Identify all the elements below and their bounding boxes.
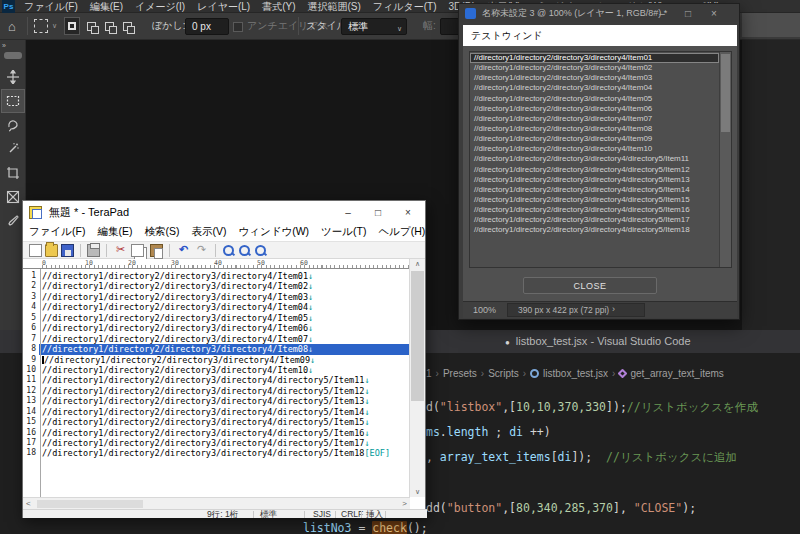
listbox-item[interactable]: //directory1/directory2/directory3/direc… <box>470 73 719 83</box>
cut-icon[interactable]: ✂ <box>113 243 128 257</box>
listbox-item[interactable]: //directory1/directory2/directory3/direc… <box>470 144 719 154</box>
close-button[interactable]: × <box>701 4 727 22</box>
code-line[interactable]: ms.length ; di ++) <box>426 425 551 439</box>
listbox-item[interactable]: //directory1/directory2/directory3/direc… <box>470 205 719 215</box>
editor-line[interactable]: 6//directory1/directory2/directory3/dire… <box>23 323 410 333</box>
scroll-up-icon[interactable]: ∧ <box>410 260 425 268</box>
terapad-titlebar[interactable]: 無題 * - TeraPad – □ × <box>23 201 425 223</box>
code-line[interactable]: d("listbox",[10,10,370,330]);//リストボックスを作… <box>426 400 758 415</box>
chevron-down-icon[interactable]: ∨ <box>52 22 57 30</box>
vscode-breadcrumb[interactable]: 1 › Presets › Scripts › listbox_test.jsx… <box>426 366 724 380</box>
editor-line[interactable]: 10//directory1/directory2/directory3/dir… <box>23 365 410 375</box>
copy-icon[interactable] <box>131 244 144 257</box>
listbox[interactable]: //directory1/directory2/directory3/direc… <box>469 51 732 268</box>
listbox-item[interactable]: //directory1/directory2/directory3/direc… <box>470 175 719 185</box>
menu-item[interactable]: イメージ(I) <box>129 0 191 13</box>
code-line[interactable]: listNo3 = check(); <box>303 521 428 534</box>
terapad-editor[interactable]: 1//directory1/directory2/directory3/dire… <box>23 269 410 497</box>
listbox-item[interactable]: //directory1/directory2/directory3/direc… <box>470 225 719 235</box>
eyedropper-tool-button[interactable] <box>1 209 25 233</box>
menu-item[interactable]: ツール(T) <box>321 225 366 239</box>
editor-line[interactable]: 2//directory1/directory2/directory3/dire… <box>23 281 410 291</box>
editor-line[interactable]: 9//directory1/directory2/directory3/dire… <box>23 355 410 365</box>
scrollbar-thumb[interactable] <box>721 54 730 132</box>
listbox-scrollbar[interactable] <box>719 52 731 267</box>
maximize-button[interactable]: □ <box>363 201 393 223</box>
editor-line[interactable]: 8//directory1/directory2/directory3/dire… <box>23 344 410 354</box>
lasso-tool-button[interactable] <box>1 113 25 137</box>
menu-item[interactable]: 書式(Y) <box>256 0 301 13</box>
maximize-button[interactable]: □ <box>675 4 701 22</box>
feather-input[interactable]: 0 px <box>185 18 229 35</box>
menu-item[interactable]: 編集(E) <box>97 225 132 239</box>
home-icon[interactable]: ⌂ <box>8 13 16 39</box>
menu-item[interactable]: ウィンドウ(W) <box>238 225 309 239</box>
breadcrumb-item-file[interactable]: listbox_test.jsx <box>543 368 608 379</box>
editor-line[interactable]: 17//directory1/directory2/directory3/dir… <box>23 438 410 448</box>
editor-line[interactable]: 3//directory1/directory2/directory3/dire… <box>23 292 410 302</box>
marquee-tool-button[interactable] <box>1 89 25 113</box>
close-dialog-button[interactable]: CLOSE <box>523 277 657 294</box>
listbox-item[interactable]: //directory1/directory2/directory3/direc… <box>470 165 719 175</box>
editor-line[interactable]: 4//directory1/directory2/directory3/dire… <box>23 302 410 312</box>
listbox-item[interactable]: //directory1/directory2/directory3/direc… <box>470 124 719 134</box>
breadcrumb-item[interactable]: 1 <box>426 368 432 379</box>
menu-item[interactable]: レイヤー(L) <box>191 0 256 13</box>
listbox-item[interactable]: //directory1/directory2/directory3/direc… <box>470 195 719 205</box>
listbox-item[interactable]: //directory1/directory2/directory3/direc… <box>470 215 719 225</box>
breadcrumb-item-symbol[interactable]: get_array_text_items <box>630 368 723 379</box>
menu-item[interactable]: 選択範囲(S) <box>302 0 367 13</box>
move-tool-button[interactable] <box>1 65 25 89</box>
chevron-right-icon[interactable]: › <box>612 304 615 314</box>
listbox-item[interactable]: //directory1/directory2/directory3/direc… <box>470 53 719 63</box>
listbox-item[interactable]: //directory1/directory2/directory3/direc… <box>470 185 719 195</box>
crop-tool-button[interactable] <box>1 161 25 185</box>
new-selection-mode-button[interactable] <box>64 17 80 35</box>
listbox-item[interactable]: //directory1/directory2/directory3/direc… <box>470 114 719 124</box>
print-icon[interactable] <box>87 244 100 257</box>
marquee-tool-preset-icon[interactable] <box>34 19 48 33</box>
scroll-left-icon[interactable]: < <box>26 499 31 508</box>
magic-wand-tool-button[interactable] <box>1 137 25 161</box>
minimize-button[interactable]: – <box>649 4 675 22</box>
scroll-down-icon[interactable]: ∨ <box>410 488 425 496</box>
editor-line[interactable]: 18//directory1/directory2/directory3/dir… <box>23 448 410 458</box>
menu-item[interactable]: ファイル(F) <box>18 0 84 13</box>
toolbar-collapse-icon[interactable]: » <box>0 40 25 49</box>
code-line[interactable]: dd("button",[80,340,285,370], "CLOSE"); <box>426 501 696 515</box>
antialias-checkbox[interactable] <box>233 22 243 32</box>
minimize-button[interactable]: – <box>333 201 363 223</box>
add-selection-mode-button[interactable] <box>83 17 99 35</box>
search-icon[interactable] <box>222 244 235 257</box>
redo-icon[interactable]: ↷ <box>194 243 209 257</box>
open-file-icon[interactable] <box>45 244 58 257</box>
subtract-selection-mode-button[interactable] <box>101 17 117 35</box>
close-button[interactable]: × <box>393 201 423 223</box>
menu-item[interactable]: ファイル(F) <box>29 225 85 239</box>
scroll-right-icon[interactable]: > <box>402 499 407 508</box>
search-prev-icon[interactable] <box>238 244 251 257</box>
breadcrumb-item[interactable]: Scripts <box>488 368 519 379</box>
editor-line[interactable]: 7//directory1/directory2/directory3/dire… <box>23 334 410 344</box>
vertical-scrollbar[interactable]: ∧ ∨ <box>409 259 425 497</box>
editor-line[interactable]: 1//directory1/directory2/directory3/dire… <box>23 271 410 281</box>
toolbar-grip[interactable] <box>4 52 22 59</box>
breadcrumb-item[interactable]: Presets <box>443 368 477 379</box>
menu-item[interactable]: フィルター(T) <box>367 0 443 13</box>
search-next-icon[interactable] <box>254 244 267 257</box>
intersect-selection-mode-button[interactable] <box>119 17 135 35</box>
listbox-item[interactable]: //directory1/directory2/directory3/direc… <box>470 154 719 164</box>
listbox-item[interactable]: //directory1/directory2/directory3/direc… <box>470 83 719 93</box>
editor-line[interactable]: 5//directory1/directory2/directory3/dire… <box>23 313 410 323</box>
menu-item[interactable]: 編集(E) <box>84 0 129 13</box>
scrollbar-thumb[interactable] <box>37 500 143 508</box>
menu-item[interactable]: ヘルプ(H) <box>378 225 425 239</box>
zoom-level[interactable]: 100% <box>473 305 496 315</box>
scrollbar-thumb[interactable] <box>411 271 424 401</box>
listbox-item[interactable]: //directory1/directory2/directory3/direc… <box>470 104 719 114</box>
editor-line[interactable]: 12//directory1/directory2/directory3/dir… <box>23 386 410 396</box>
editor-line[interactable]: 15//directory1/directory2/directory3/dir… <box>23 417 410 427</box>
code-line[interactable]: , array_text_items[di]); //リストボックスに追加 <box>426 450 737 465</box>
save-icon[interactable] <box>61 244 74 257</box>
editor-line[interactable]: 11//directory1/directory2/directory3/dir… <box>23 375 410 385</box>
